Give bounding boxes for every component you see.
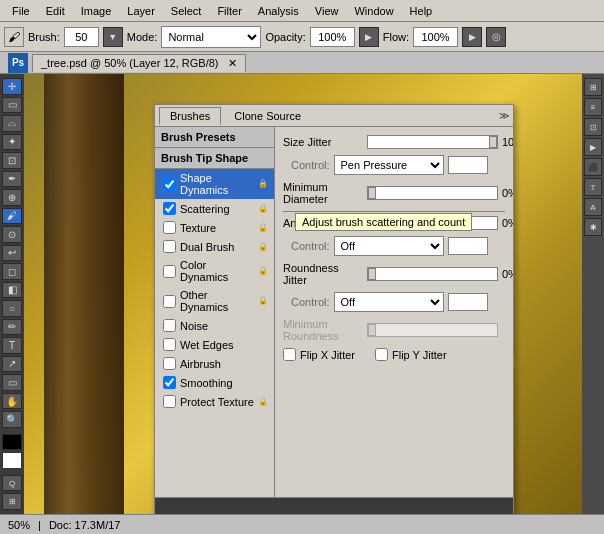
control-select-3[interactable]: Off — [334, 292, 444, 312]
nav-shape-dynamics[interactable]: Shape Dynamics 🔒 — [155, 169, 274, 199]
clone-tool[interactable]: ⊙ — [2, 226, 22, 243]
crop-tool[interactable]: ⊡ — [2, 152, 22, 169]
nav-color-dynamics[interactable]: Color Dynamics 🔒 — [155, 256, 274, 286]
menu-filter[interactable]: Filter — [209, 3, 249, 19]
opacity-input[interactable] — [310, 27, 355, 47]
right-btn-6[interactable]: T — [584, 178, 602, 196]
menu-edit[interactable]: Edit — [38, 3, 73, 19]
flow-input[interactable] — [413, 27, 458, 47]
nav-scattering[interactable]: Scattering 🔒 — [155, 199, 274, 218]
screen-mode[interactable]: ⊞ — [2, 493, 22, 510]
hand-tool[interactable]: ✋ — [2, 393, 22, 410]
right-btn-4[interactable]: ▶ — [584, 138, 602, 156]
path-tool[interactable]: ↗ — [2, 356, 22, 373]
nav-dual-brush[interactable]: Dual Brush 🔒 — [155, 237, 274, 256]
magic-wand-tool[interactable]: ✦ — [2, 134, 22, 151]
doc-close-icon[interactable]: ✕ — [228, 57, 237, 69]
menu-window[interactable]: Window — [346, 3, 401, 19]
healing-tool[interactable]: ⊕ — [2, 189, 22, 206]
nav-smoothing[interactable]: Smoothing — [155, 373, 274, 392]
nav-wet-edges[interactable]: Wet Edges — [155, 335, 274, 354]
protect-texture-label: Protect Texture — [180, 396, 254, 408]
color-dynamics-checkbox[interactable] — [163, 265, 176, 278]
roundness-jitter-slider[interactable] — [367, 267, 498, 281]
marquee-tool[interactable]: ▭ — [2, 97, 22, 114]
menu-file[interactable]: File — [4, 3, 38, 19]
nav-noise[interactable]: Noise — [155, 316, 274, 335]
size-jitter-label: Size Jitter — [283, 136, 363, 148]
flip-y-checkbox[interactable] — [375, 348, 388, 361]
nav-texture[interactable]: Texture 🔒 — [155, 218, 274, 237]
foreground-color[interactable] — [2, 434, 22, 451]
right-btn-5[interactable]: ⬛ — [584, 158, 602, 176]
zoom-tool[interactable]: 🔍 — [2, 411, 22, 428]
other-dynamics-checkbox[interactable] — [163, 295, 176, 308]
document-tab[interactable]: _tree.psd @ 50% (Layer 12, RGB/8) ✕ — [32, 54, 246, 72]
airbrush-checkbox[interactable] — [163, 357, 176, 370]
right-btn-1[interactable]: ⊞ — [584, 78, 602, 96]
brush-tool[interactable]: 🖌 — [2, 208, 22, 225]
min-diameter-slider[interactable] — [367, 186, 498, 200]
right-btn-3[interactable]: ⊡ — [584, 118, 602, 136]
scattering-label: Scattering — [180, 203, 230, 215]
dodge-tool[interactable]: ○ — [2, 300, 22, 317]
flip-x-checkbox[interactable] — [283, 348, 296, 361]
flip-x-item: Flip X Jitter — [283, 348, 355, 361]
history-tool[interactable]: ↩ — [2, 245, 22, 262]
control-select-2[interactable]: Off — [334, 236, 444, 256]
menu-analysis[interactable]: Analysis — [250, 3, 307, 19]
menu-help[interactable]: Help — [402, 3, 441, 19]
scattering-checkbox[interactable] — [163, 202, 176, 215]
noise-checkbox[interactable] — [163, 319, 176, 332]
control-row-2: Control: Off — [283, 236, 505, 256]
smoothing-checkbox[interactable] — [163, 376, 176, 389]
min-roundness-slider[interactable] — [367, 323, 498, 337]
menu-select[interactable]: Select — [163, 3, 210, 19]
right-btn-2[interactable]: ≡ — [584, 98, 602, 116]
other-dynamics-label: Other Dynamics — [180, 289, 254, 313]
move-tool[interactable]: ✛ — [2, 78, 22, 95]
protect-texture-checkbox[interactable] — [163, 395, 176, 408]
brush-tool-icon[interactable]: 🖌 — [4, 27, 24, 47]
opacity-arrow-btn[interactable]: ▶ — [359, 27, 379, 47]
nav-other-dynamics[interactable]: Other Dynamics 🔒 — [155, 286, 274, 316]
lock-icon-0: 🔒 — [258, 179, 268, 189]
dual-brush-checkbox[interactable] — [163, 240, 176, 253]
menu-view[interactable]: View — [307, 3, 347, 19]
quick-mask[interactable]: Q — [2, 475, 22, 492]
doc-info: Doc: 17.3M/17 — [49, 519, 121, 531]
panel-close-btn[interactable]: ≫ — [499, 110, 509, 121]
eraser-tool[interactable]: ◻ — [2, 263, 22, 280]
shape-tool[interactable]: ▭ — [2, 374, 22, 391]
text-tool[interactable]: T — [2, 337, 22, 354]
nav-airbrush[interactable]: Airbrush — [155, 354, 274, 373]
texture-checkbox[interactable] — [163, 221, 176, 234]
control-select-1[interactable]: Pen Pressure — [334, 155, 444, 175]
flow-label: Flow: — [383, 31, 409, 43]
control-label-2: Control: — [291, 240, 330, 252]
texture-label: Texture — [180, 222, 216, 234]
tab-clone-source[interactable]: Clone Source — [223, 107, 312, 124]
brush-picker-btn[interactable]: ▼ — [103, 27, 123, 47]
brush-size-input[interactable] — [64, 27, 99, 47]
tab-brushes[interactable]: Brushes — [159, 107, 221, 125]
eyedropper-tool[interactable]: ✒ — [2, 171, 22, 188]
nav-protect-texture[interactable]: Protect Texture 🔒 — [155, 392, 274, 411]
right-btn-8[interactable]: ✱ — [584, 218, 602, 236]
canvas-area[interactable]: A Brushes Clone Source ≫ Brush Presets B… — [24, 74, 582, 514]
menu-layer[interactable]: Layer — [119, 3, 163, 19]
right-btn-7[interactable]: A — [584, 198, 602, 216]
menu-image[interactable]: Image — [73, 3, 120, 19]
gradient-tool[interactable]: ◧ — [2, 282, 22, 299]
mode-select[interactable]: Normal — [161, 26, 261, 48]
lock-icon-3: 🔒 — [258, 242, 268, 252]
flow-arrow-btn[interactable]: ▶ — [462, 27, 482, 47]
shape-dynamics-checkbox[interactable] — [163, 178, 176, 191]
background-color[interactable] — [2, 452, 22, 469]
roundness-jitter-value: 0% — [502, 268, 513, 280]
pen-tool[interactable]: ✏ — [2, 319, 22, 336]
airbrush-toggle[interactable]: ◎ — [486, 27, 506, 47]
lasso-tool[interactable]: ⌓ — [2, 115, 22, 132]
size-jitter-slider[interactable] — [367, 135, 498, 149]
wet-edges-checkbox[interactable] — [163, 338, 176, 351]
